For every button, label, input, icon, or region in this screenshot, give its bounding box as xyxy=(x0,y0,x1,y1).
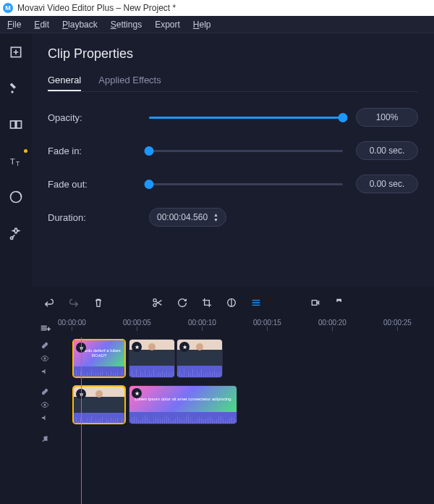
svg-point-12 xyxy=(44,358,46,360)
step-up-icon: ▲ xyxy=(213,213,218,217)
svg-point-13 xyxy=(44,404,46,406)
fadeout-value[interactable]: 0.00 sec. xyxy=(356,175,418,193)
clip[interactable]: ★Lorem ipsum dolor sit amet consectetur … xyxy=(129,385,237,424)
menu-edit[interactable]: Edit xyxy=(34,20,49,30)
svg-point-1 xyxy=(11,91,13,93)
undo-icon[interactable] xyxy=(42,295,56,310)
star-icon[interactable]: ★ xyxy=(132,388,142,398)
duration-label: Duration: xyxy=(48,212,149,223)
split-icon[interactable] xyxy=(150,295,165,310)
marker-icon[interactable] xyxy=(333,295,347,310)
add-media-icon[interactable] xyxy=(6,42,26,62)
music-track-body[interactable] xyxy=(58,430,434,448)
stickers-icon[interactable] xyxy=(6,187,26,207)
track1-head xyxy=(32,337,58,379)
color-adjust-icon[interactable] xyxy=(224,295,239,310)
visibility-icon[interactable] xyxy=(41,354,49,363)
redo-icon[interactable] xyxy=(67,295,81,310)
title-bar: M Movavi Video Editor Plus – New Project… xyxy=(0,0,434,16)
duration-stepper[interactable]: ▲▼ xyxy=(213,213,218,222)
opacity-slider[interactable] xyxy=(149,117,343,119)
music-icon[interactable] xyxy=(41,434,49,443)
audio-icon[interactable] xyxy=(41,413,49,422)
window-title: Movavi Video Editor Plus – New Project * xyxy=(17,3,176,13)
visibility-icon[interactable] xyxy=(41,400,49,409)
playhead[interactable] xyxy=(81,337,82,504)
app-logo-icon: M xyxy=(3,3,13,13)
star-icon[interactable]: ★ xyxy=(132,342,142,352)
svg-text:T: T xyxy=(10,156,15,166)
filters-icon[interactable] xyxy=(6,78,26,98)
clip[interactable]: ★ xyxy=(176,339,223,378)
svg-text:T: T xyxy=(16,160,20,167)
svg-point-14 xyxy=(43,440,44,442)
side-toolbar: TT xyxy=(0,33,32,504)
audio-icon[interactable] xyxy=(41,367,49,376)
svg-rect-2 xyxy=(11,121,16,128)
link-icon[interactable] xyxy=(41,341,49,350)
panel-tabs: General Applied Effects xyxy=(48,70,418,92)
fadeout-slider[interactable] xyxy=(149,183,343,185)
star-icon[interactable]: ★ xyxy=(179,342,190,352)
menu-playback[interactable]: Playback xyxy=(62,20,98,30)
track2-head xyxy=(32,384,58,426)
svg-point-7 xyxy=(11,237,13,239)
menu-file[interactable]: File xyxy=(7,20,21,30)
menu-settings[interactable]: Settings xyxy=(111,20,142,30)
fadeout-label: Fade out: xyxy=(48,179,149,190)
clip-properties-panel: Clip Properties General Applied Effects … xyxy=(32,33,434,287)
menu-help[interactable]: Help xyxy=(193,20,211,30)
clip-properties-icon[interactable] xyxy=(249,295,263,310)
more-tools-icon[interactable] xyxy=(6,223,26,243)
svg-point-15 xyxy=(46,440,48,441)
titles-icon[interactable]: TT xyxy=(6,151,26,171)
menu-bar: File Edit Playback Settings Export Help xyxy=(0,16,434,33)
panel-title: Clip Properties xyxy=(48,46,418,62)
duration-field[interactable]: 00:00:04.560 ▲▼ xyxy=(149,208,226,227)
fadein-label: Fade in: xyxy=(48,146,149,156)
tracks-container: ★Labedu defanf a lubes ROAD?★★ ★★Lorem i… xyxy=(32,337,434,504)
track1-body[interactable]: ★Labedu defanf a lubes ROAD?★★ xyxy=(58,337,434,379)
opacity-label: Opacity: xyxy=(48,112,149,123)
timeline-toolbar xyxy=(32,287,434,319)
fadein-value[interactable]: 0.00 sec. xyxy=(356,141,418,160)
fadein-slider[interactable] xyxy=(149,150,343,152)
add-track-icon[interactable] xyxy=(38,321,52,335)
record-icon[interactable] xyxy=(308,295,323,310)
svg-rect-3 xyxy=(17,121,22,128)
opacity-value[interactable]: 100% xyxy=(356,108,418,127)
step-down-icon: ▼ xyxy=(213,218,218,222)
timeline: 00:00:0000:00:0500:00:1000:00:1500:00:20… xyxy=(32,287,434,504)
timeline-ruler[interactable]: 00:00:0000:00:0500:00:1000:00:1500:00:20… xyxy=(58,319,434,337)
delete-icon[interactable] xyxy=(91,295,106,310)
tab-applied-effects[interactable]: Applied Effects xyxy=(98,70,161,91)
crop-icon[interactable] xyxy=(200,295,214,310)
track2-body[interactable]: ★★Lorem ipsum dolor sit amet consectetur… xyxy=(58,384,434,426)
menu-export[interactable]: Export xyxy=(155,20,180,30)
link-icon[interactable] xyxy=(41,387,49,396)
clip[interactable]: ★ xyxy=(129,339,175,378)
transitions-icon[interactable] xyxy=(6,114,26,135)
rotate-icon[interactable] xyxy=(175,295,190,310)
tab-general[interactable]: General xyxy=(48,70,81,91)
music-track-head xyxy=(32,430,58,448)
